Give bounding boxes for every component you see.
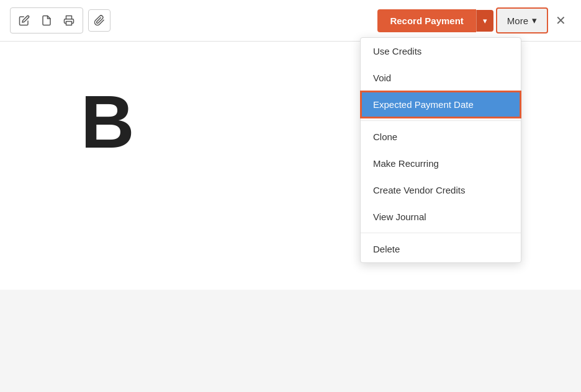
dropdown-divider <box>361 233 521 233</box>
close-button[interactable]: ✕ <box>551 11 571 30</box>
dropdown-item-use-credits[interactable]: Use Credits <box>361 38 521 65</box>
record-payment-button[interactable]: Record Payment <box>377 9 475 32</box>
dropdown-item-view-journal[interactable]: View Journal <box>361 203 521 230</box>
record-payment-chevron[interactable]: ▾ <box>476 10 493 32</box>
more-label: More <box>507 16 528 26</box>
pdf-button[interactable] <box>37 11 56 30</box>
dropdown-item-clone[interactable]: Clone <box>361 123 521 150</box>
more-dropdown-menu: Use CreditsVoidExpected Payment DateClon… <box>360 37 521 263</box>
dropdown-item-create-vendor-credits[interactable]: Create Vendor Credits <box>361 177 521 203</box>
icon-group-main <box>10 7 83 33</box>
dropdown-divider <box>361 120 521 121</box>
svg-rect-0 <box>66 22 72 25</box>
more-button[interactable]: More ▾ <box>496 7 548 33</box>
edit-button[interactable] <box>14 11 34 30</box>
big-letter: B <box>81 79 135 164</box>
record-payment-group: Record Payment ▾ More ▾ ✕ <box>377 7 571 33</box>
attach-button[interactable] <box>88 9 110 32</box>
dropdown-item-delete[interactable]: Delete <box>361 236 521 262</box>
chevron-down-icon: ▾ <box>483 16 487 25</box>
dropdown-item-make-recurring[interactable]: Make Recurring <box>361 150 521 177</box>
more-chevron-icon: ▾ <box>532 15 537 26</box>
print-button[interactable] <box>59 11 79 30</box>
dropdown-item-expected-payment-date[interactable]: Expected Payment Date <box>361 91 521 118</box>
toolbar: Record Payment ▾ More ▾ ✕ <box>0 0 581 42</box>
dropdown-item-void[interactable]: Void <box>361 65 521 91</box>
close-icon: ✕ <box>556 14 566 27</box>
